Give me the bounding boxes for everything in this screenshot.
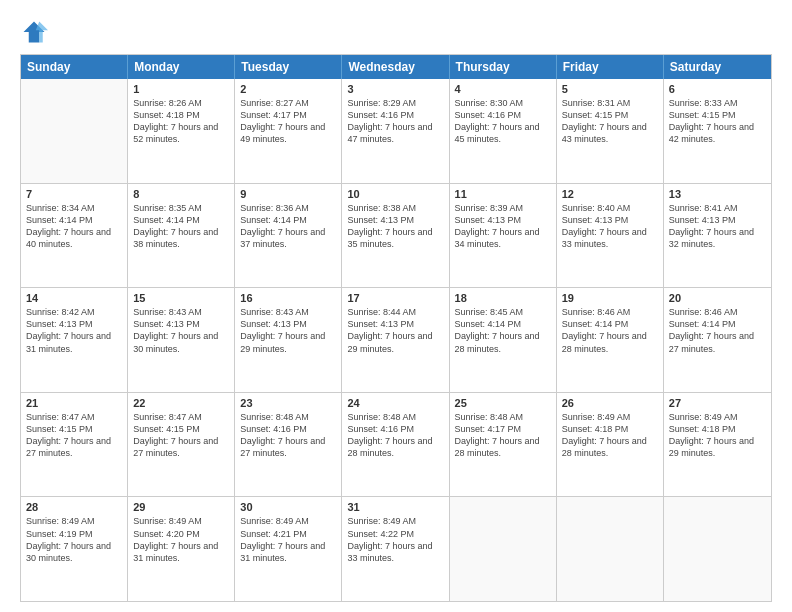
day-number: 25 (455, 397, 551, 409)
calendar-week-0: 1Sunrise: 8:26 AMSunset: 4:18 PMDaylight… (21, 79, 771, 184)
day-cell-18: 18Sunrise: 8:45 AMSunset: 4:14 PMDayligh… (450, 288, 557, 392)
day-info: Sunrise: 8:46 AMSunset: 4:14 PMDaylight:… (669, 306, 766, 355)
day-info: Sunrise: 8:49 AMSunset: 4:20 PMDaylight:… (133, 515, 229, 564)
day-header-sunday: Sunday (21, 55, 128, 79)
day-number: 22 (133, 397, 229, 409)
day-number: 21 (26, 397, 122, 409)
empty-cell-4-6 (664, 497, 771, 601)
day-number: 13 (669, 188, 766, 200)
day-info: Sunrise: 8:45 AMSunset: 4:14 PMDaylight:… (455, 306, 551, 355)
day-info: Sunrise: 8:34 AMSunset: 4:14 PMDaylight:… (26, 202, 122, 251)
calendar-week-2: 14Sunrise: 8:42 AMSunset: 4:13 PMDayligh… (21, 288, 771, 393)
day-cell-23: 23Sunrise: 8:48 AMSunset: 4:16 PMDayligh… (235, 393, 342, 497)
day-info: Sunrise: 8:43 AMSunset: 4:13 PMDaylight:… (240, 306, 336, 355)
day-number: 7 (26, 188, 122, 200)
day-header-tuesday: Tuesday (235, 55, 342, 79)
day-cell-20: 20Sunrise: 8:46 AMSunset: 4:14 PMDayligh… (664, 288, 771, 392)
day-number: 27 (669, 397, 766, 409)
day-info: Sunrise: 8:29 AMSunset: 4:16 PMDaylight:… (347, 97, 443, 146)
day-info: Sunrise: 8:47 AMSunset: 4:15 PMDaylight:… (26, 411, 122, 460)
calendar-week-3: 21Sunrise: 8:47 AMSunset: 4:15 PMDayligh… (21, 393, 771, 498)
day-info: Sunrise: 8:31 AMSunset: 4:15 PMDaylight:… (562, 97, 658, 146)
day-number: 16 (240, 292, 336, 304)
day-cell-21: 21Sunrise: 8:47 AMSunset: 4:15 PMDayligh… (21, 393, 128, 497)
day-cell-12: 12Sunrise: 8:40 AMSunset: 4:13 PMDayligh… (557, 184, 664, 288)
day-number: 20 (669, 292, 766, 304)
day-header-wednesday: Wednesday (342, 55, 449, 79)
calendar: SundayMondayTuesdayWednesdayThursdayFrid… (20, 54, 772, 602)
day-cell-25: 25Sunrise: 8:48 AMSunset: 4:17 PMDayligh… (450, 393, 557, 497)
day-info: Sunrise: 8:44 AMSunset: 4:13 PMDaylight:… (347, 306, 443, 355)
day-cell-10: 10Sunrise: 8:38 AMSunset: 4:13 PMDayligh… (342, 184, 449, 288)
day-info: Sunrise: 8:49 AMSunset: 4:19 PMDaylight:… (26, 515, 122, 564)
empty-cell-0-0 (21, 79, 128, 183)
day-header-friday: Friday (557, 55, 664, 79)
day-cell-14: 14Sunrise: 8:42 AMSunset: 4:13 PMDayligh… (21, 288, 128, 392)
day-cell-1: 1Sunrise: 8:26 AMSunset: 4:18 PMDaylight… (128, 79, 235, 183)
day-info: Sunrise: 8:49 AMSunset: 4:18 PMDaylight:… (669, 411, 766, 460)
day-number: 29 (133, 501, 229, 513)
day-cell-28: 28Sunrise: 8:49 AMSunset: 4:19 PMDayligh… (21, 497, 128, 601)
day-number: 30 (240, 501, 336, 513)
day-cell-8: 8Sunrise: 8:35 AMSunset: 4:14 PMDaylight… (128, 184, 235, 288)
day-number: 12 (562, 188, 658, 200)
day-cell-9: 9Sunrise: 8:36 AMSunset: 4:14 PMDaylight… (235, 184, 342, 288)
day-number: 4 (455, 83, 551, 95)
day-header-thursday: Thursday (450, 55, 557, 79)
day-info: Sunrise: 8:49 AMSunset: 4:22 PMDaylight:… (347, 515, 443, 564)
empty-cell-4-5 (557, 497, 664, 601)
day-number: 11 (455, 188, 551, 200)
day-cell-5: 5Sunrise: 8:31 AMSunset: 4:15 PMDaylight… (557, 79, 664, 183)
day-info: Sunrise: 8:41 AMSunset: 4:13 PMDaylight:… (669, 202, 766, 251)
day-number: 9 (240, 188, 336, 200)
day-number: 17 (347, 292, 443, 304)
day-number: 5 (562, 83, 658, 95)
day-cell-19: 19Sunrise: 8:46 AMSunset: 4:14 PMDayligh… (557, 288, 664, 392)
day-cell-22: 22Sunrise: 8:47 AMSunset: 4:15 PMDayligh… (128, 393, 235, 497)
day-number: 18 (455, 292, 551, 304)
day-info: Sunrise: 8:49 AMSunset: 4:21 PMDaylight:… (240, 515, 336, 564)
calendar-body: 1Sunrise: 8:26 AMSunset: 4:18 PMDaylight… (21, 79, 771, 601)
day-number: 1 (133, 83, 229, 95)
day-info: Sunrise: 8:35 AMSunset: 4:14 PMDaylight:… (133, 202, 229, 251)
calendar-week-1: 7Sunrise: 8:34 AMSunset: 4:14 PMDaylight… (21, 184, 771, 289)
day-info: Sunrise: 8:38 AMSunset: 4:13 PMDaylight:… (347, 202, 443, 251)
day-cell-30: 30Sunrise: 8:49 AMSunset: 4:21 PMDayligh… (235, 497, 342, 601)
day-cell-2: 2Sunrise: 8:27 AMSunset: 4:17 PMDaylight… (235, 79, 342, 183)
day-number: 15 (133, 292, 229, 304)
day-info: Sunrise: 8:33 AMSunset: 4:15 PMDaylight:… (669, 97, 766, 146)
day-info: Sunrise: 8:26 AMSunset: 4:18 PMDaylight:… (133, 97, 229, 146)
day-cell-27: 27Sunrise: 8:49 AMSunset: 4:18 PMDayligh… (664, 393, 771, 497)
day-cell-4: 4Sunrise: 8:30 AMSunset: 4:16 PMDaylight… (450, 79, 557, 183)
day-info: Sunrise: 8:39 AMSunset: 4:13 PMDaylight:… (455, 202, 551, 251)
logo (20, 18, 52, 46)
day-info: Sunrise: 8:48 AMSunset: 4:17 PMDaylight:… (455, 411, 551, 460)
day-info: Sunrise: 8:43 AMSunset: 4:13 PMDaylight:… (133, 306, 229, 355)
empty-cell-4-4 (450, 497, 557, 601)
day-number: 10 (347, 188, 443, 200)
day-number: 6 (669, 83, 766, 95)
day-cell-26: 26Sunrise: 8:49 AMSunset: 4:18 PMDayligh… (557, 393, 664, 497)
day-number: 31 (347, 501, 443, 513)
day-cell-13: 13Sunrise: 8:41 AMSunset: 4:13 PMDayligh… (664, 184, 771, 288)
day-number: 8 (133, 188, 229, 200)
day-cell-31: 31Sunrise: 8:49 AMSunset: 4:22 PMDayligh… (342, 497, 449, 601)
day-number: 26 (562, 397, 658, 409)
day-info: Sunrise: 8:40 AMSunset: 4:13 PMDaylight:… (562, 202, 658, 251)
day-info: Sunrise: 8:49 AMSunset: 4:18 PMDaylight:… (562, 411, 658, 460)
day-header-monday: Monday (128, 55, 235, 79)
day-info: Sunrise: 8:48 AMSunset: 4:16 PMDaylight:… (347, 411, 443, 460)
day-cell-15: 15Sunrise: 8:43 AMSunset: 4:13 PMDayligh… (128, 288, 235, 392)
day-info: Sunrise: 8:47 AMSunset: 4:15 PMDaylight:… (133, 411, 229, 460)
day-info: Sunrise: 8:46 AMSunset: 4:14 PMDaylight:… (562, 306, 658, 355)
logo-icon (20, 18, 48, 46)
day-number: 23 (240, 397, 336, 409)
day-cell-7: 7Sunrise: 8:34 AMSunset: 4:14 PMDaylight… (21, 184, 128, 288)
day-cell-29: 29Sunrise: 8:49 AMSunset: 4:20 PMDayligh… (128, 497, 235, 601)
day-info: Sunrise: 8:48 AMSunset: 4:16 PMDaylight:… (240, 411, 336, 460)
day-info: Sunrise: 8:27 AMSunset: 4:17 PMDaylight:… (240, 97, 336, 146)
header (20, 18, 772, 46)
calendar-week-4: 28Sunrise: 8:49 AMSunset: 4:19 PMDayligh… (21, 497, 771, 601)
day-cell-17: 17Sunrise: 8:44 AMSunset: 4:13 PMDayligh… (342, 288, 449, 392)
day-number: 3 (347, 83, 443, 95)
